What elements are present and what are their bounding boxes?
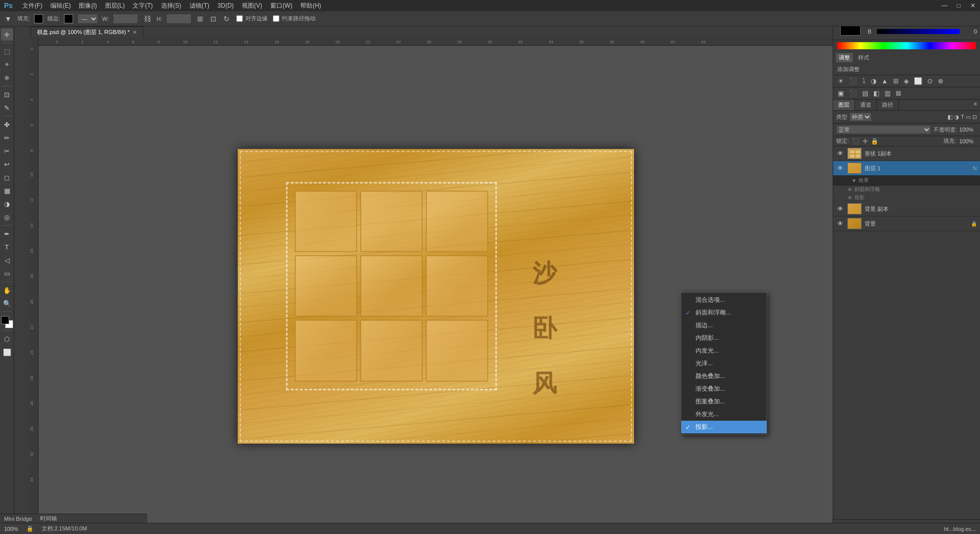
colorlookup-icon[interactable]: ▣ [836, 89, 845, 98]
ctx-item-gradient-overlay[interactable]: 渐变叠加... [681, 383, 767, 395]
pen-tool[interactable]: ✒ [1, 228, 13, 240]
layer-item-layer1[interactable]: 👁 图层 1 fx [833, 161, 980, 176]
layer-item-bg-copy[interactable]: 👁 背景 副本 [833, 202, 980, 216]
style-tab[interactable]: 样式 [855, 52, 873, 63]
marquee-tool[interactable]: ⬚ [1, 45, 13, 57]
menu-image[interactable]: 图像(I) [75, 1, 100, 11]
stroke-color-box[interactable] [64, 14, 73, 23]
fill-color-box[interactable] [34, 14, 43, 23]
shape-tool[interactable]: ▭ [1, 267, 13, 279]
constrain-path-checkbox[interactable] [273, 15, 279, 22]
shadow-visibility-icon[interactable]: 👁 [847, 195, 852, 201]
lasso-tool[interactable]: ⌖ [1, 58, 13, 71]
menu-window[interactable]: 窗口(W) [267, 1, 296, 11]
exposure-icon[interactable]: ◑ [869, 77, 878, 85]
menu-select[interactable]: 选择(S) [157, 1, 185, 11]
close-button[interactable]: ✕ [966, 0, 980, 11]
ctx-item-inner-glow[interactable]: 内发光... [681, 344, 767, 357]
brush-tool[interactable]: ✏ [1, 132, 13, 144]
adjustment-tab[interactable]: 调整 [835, 52, 853, 63]
menu-text[interactable]: 文字(T) [129, 1, 156, 11]
dodge-tool[interactable]: ◎ [1, 211, 13, 223]
menu-3d[interactable]: 3D(D) [214, 1, 237, 10]
layer-effect-shadow[interactable]: 👁 投影 [833, 194, 980, 202]
effects-collapse-icon[interactable]: ▼ [851, 178, 857, 183]
zoom-tool[interactable]: 🔍 [1, 297, 13, 309]
channels-tab[interactable]: 通道 [855, 100, 877, 110]
fill-value[interactable]: 100% [959, 138, 977, 144]
channelmix-icon[interactable]: ⊗ [936, 77, 945, 85]
gradient-tool[interactable]: ▦ [1, 184, 13, 197]
layer-filter-text[interactable]: T [961, 114, 964, 120]
layer-visibility-bg-copy[interactable]: 👁 [836, 205, 844, 213]
layer-item-bg[interactable]: 👁 背景 🔒 [833, 216, 980, 231]
ctx-item-outer-glow[interactable]: 外发光... [681, 408, 767, 421]
height-input[interactable] [166, 14, 192, 24]
gradientmap-icon[interactable]: ▥ [883, 89, 892, 98]
maximize-button[interactable]: □ [952, 0, 966, 11]
canvas-image[interactable]: 沙 卧 风 [238, 149, 634, 444]
photofilter-icon[interactable]: ⊙ [926, 77, 934, 85]
layer-fx-badge[interactable]: fx [973, 166, 977, 171]
lock-pixels-icon[interactable]: ⬛ [852, 138, 860, 145]
color-spectrum[interactable] [837, 42, 976, 49]
ctx-item-satin[interactable]: 光泽... [681, 357, 767, 370]
layer-visibility-layer1[interactable]: 👁 [836, 164, 844, 172]
clone-tool[interactable]: ✂ [1, 145, 13, 157]
layers-tab[interactable]: 图层 [833, 100, 855, 110]
lock-move-icon[interactable]: ✛ [863, 138, 868, 145]
layer-type-select[interactable]: 种类 [849, 112, 872, 121]
opacity-value[interactable]: 100% [959, 127, 977, 133]
move-tool[interactable]: ✛ [1, 28, 13, 41]
menu-edit[interactable]: 编辑(E) [47, 1, 74, 11]
colorbalance-icon[interactable]: ◈ [902, 77, 910, 85]
ctx-item-bevel[interactable]: ✓ 斜面和浮雕... [681, 306, 767, 319]
text-tool[interactable]: T [1, 241, 13, 253]
invert-icon[interactable]: ⬛ [847, 89, 859, 98]
curves-icon[interactable]: ⤵ [861, 77, 867, 85]
ctx-item-inner-shadow[interactable]: 内阴影... [681, 332, 767, 344]
arrange-icon[interactable]: ⊡ [209, 15, 218, 23]
vibrance-icon[interactable]: ▲ [880, 77, 890, 85]
quick-mask-tool[interactable]: ⬡ [1, 333, 13, 345]
eraser-tool[interactable]: ◻ [1, 171, 13, 183]
foreground-color[interactable] [1, 316, 9, 324]
menu-help[interactable]: 帮助(H) [297, 1, 325, 11]
blend-mode-select[interactable]: 正常 [836, 125, 931, 134]
paths-tab[interactable]: 路径 [877, 100, 899, 110]
quick-select-tool[interactable]: ⁜ [1, 72, 13, 84]
layer-filter-shape[interactable]: ▭ [966, 114, 971, 120]
layer-visibility-shape1-copy[interactable]: 👁 [836, 149, 844, 158]
screen-mode-tool[interactable]: ⬜ [1, 346, 13, 358]
ctx-item-stroke[interactable]: 描边... [681, 319, 767, 332]
layer-filter-smart[interactable]: ⊡ [972, 114, 977, 120]
huesaturation-icon[interactable]: ⊞ [892, 77, 900, 85]
ctx-item-pattern-overlay[interactable]: 图案叠加... [681, 395, 767, 408]
transform-icon[interactable]: ↻ [222, 15, 231, 23]
tab-close-icon[interactable]: ✕ [133, 29, 137, 35]
link-icon[interactable]: ⛓ [142, 15, 152, 23]
menu-filter[interactable]: 滤镜(T) [186, 1, 213, 11]
minimize-button[interactable]: — [937, 0, 952, 11]
brightness-icon[interactable]: ☀ [836, 77, 845, 85]
width-input[interactable] [113, 14, 138, 24]
mini-bridge-bar[interactable]: Mini Bridge 时间轴 [0, 514, 147, 523]
layer-filter-pixel[interactable]: ◧ [947, 114, 953, 120]
blur-tool[interactable]: ◑ [1, 198, 13, 210]
stroke-type-select[interactable]: — [77, 14, 98, 24]
hand-tool[interactable]: ✋ [1, 284, 13, 296]
bw-icon[interactable]: ⬜ [912, 77, 924, 85]
history-brush-tool[interactable]: ↩ [1, 158, 13, 170]
layer-visibility-bg[interactable]: 👁 [836, 219, 844, 228]
active-document-tab[interactable]: 棋盘.psd @ 100% (图层 1, RGB/8#) * ✕ [30, 26, 143, 38]
healing-tool[interactable]: ✤ [1, 118, 13, 131]
menu-view[interactable]: 视图(V) [238, 1, 266, 11]
menu-layer[interactable]: 图层(L) [102, 1, 129, 11]
lock-all-icon[interactable]: 🔒 [871, 138, 878, 145]
align-edges-checkbox[interactable] [236, 15, 243, 22]
threshold-icon[interactable]: ◧ [872, 89, 881, 98]
layer-item-shape1-copy[interactable]: 👁 形状 1副本 [833, 146, 980, 161]
selectivecolor-icon[interactable]: ⊠ [894, 89, 903, 98]
posterize-icon[interactable]: ▤ [861, 89, 870, 98]
menu-file[interactable]: 文件(F) [19, 1, 46, 11]
